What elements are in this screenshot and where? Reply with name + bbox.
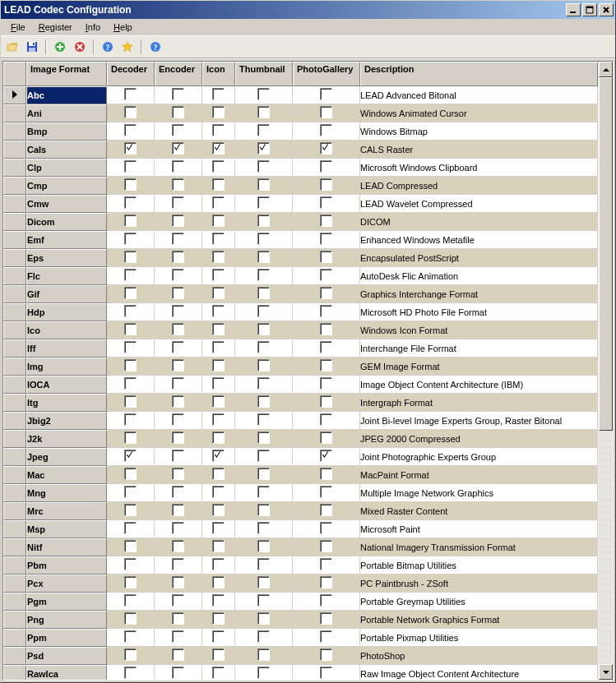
table-row[interactable]: CmpLEAD Compressed (3, 177, 598, 195)
format-cell[interactable]: Mng (26, 484, 107, 502)
row-selector[interactable] (3, 267, 26, 285)
row-selector[interactable] (3, 466, 26, 484)
decoder-checkbox[interactable] (124, 178, 137, 191)
row-selector[interactable] (3, 538, 26, 556)
open-icon[interactable] (4, 39, 21, 55)
icon-checkbox[interactable] (212, 251, 225, 263)
photogallery-checkbox[interactable] (320, 341, 332, 353)
thumbnail-checkbox[interactable] (257, 540, 270, 552)
decoder-checkbox[interactable] (124, 630, 137, 643)
decoder-checkbox[interactable] (124, 106, 137, 118)
format-cell[interactable]: Msp (26, 520, 107, 538)
star-icon[interactable] (119, 39, 136, 55)
format-cell[interactable]: Mrc (26, 502, 107, 520)
encoder-checkbox[interactable] (172, 142, 184, 155)
row-selector[interactable] (3, 339, 26, 358)
row-selector[interactable] (3, 520, 26, 538)
encoder-checkbox[interactable] (172, 630, 184, 643)
row-selector[interactable] (3, 303, 26, 321)
col-description[interactable]: Description (360, 62, 598, 86)
icon-checkbox[interactable] (212, 269, 225, 281)
icon-checkbox[interactable] (212, 215, 225, 227)
icon-checkbox[interactable] (212, 504, 225, 516)
format-cell[interactable]: Iff (26, 339, 107, 358)
vertical-scrollbar[interactable] (598, 62, 613, 680)
icon-checkbox[interactable] (212, 468, 225, 480)
photogallery-checkbox[interactable] (320, 287, 332, 299)
table-row[interactable]: PcxPC Paintbrush - ZSoft (3, 575, 598, 593)
thumbnail-checkbox[interactable] (257, 504, 270, 516)
encoder-checkbox[interactable] (172, 160, 184, 173)
photogallery-checkbox[interactable] (320, 594, 332, 607)
decoder-checkbox[interactable] (124, 377, 137, 390)
photogallery-checkbox[interactable] (320, 576, 332, 588)
row-selector[interactable] (3, 104, 26, 122)
photogallery-checkbox[interactable] (320, 377, 332, 390)
format-cell[interactable]: Emf (26, 231, 107, 249)
photogallery-checkbox[interactable] (320, 323, 332, 335)
decoder-checkbox[interactable] (124, 124, 137, 136)
photogallery-checkbox[interactable] (320, 233, 332, 245)
encoder-checkbox[interactable] (172, 196, 184, 209)
photogallery-checkbox[interactable] (320, 486, 332, 498)
table-row[interactable]: CalsCALS Raster (3, 141, 598, 159)
table-row[interactable]: BmpWindows Bitmap (3, 122, 598, 141)
icon-checkbox[interactable] (212, 612, 225, 625)
encoder-checkbox[interactable] (172, 233, 184, 245)
thumbnail-checkbox[interactable] (257, 323, 270, 335)
format-cell[interactable]: Ani (26, 104, 107, 122)
encoder-checkbox[interactable] (172, 413, 184, 426)
format-cell[interactable]: RawIca (26, 665, 107, 680)
format-cell[interactable]: Ppm (26, 629, 107, 647)
encoder-checkbox[interactable] (172, 88, 184, 100)
thumbnail-checkbox[interactable] (257, 106, 270, 118)
table-row[interactable]: Jbig2Joint Bi-level Image Experts Group,… (3, 412, 598, 430)
encoder-checkbox[interactable] (172, 648, 184, 661)
table-row[interactable]: ItgIntergraph Format (3, 394, 598, 412)
photogallery-checkbox[interactable] (320, 160, 332, 173)
encoder-checkbox[interactable] (172, 341, 184, 353)
icon-checkbox[interactable] (212, 287, 225, 299)
icon-checkbox[interactable] (212, 450, 225, 462)
table-row[interactable]: GifGraphics Interchange Format (3, 285, 598, 303)
icon-checkbox[interactable] (212, 594, 225, 607)
format-cell[interactable]: Pgm (26, 593, 107, 611)
icon-checkbox[interactable] (212, 359, 225, 371)
decoder-checkbox[interactable] (124, 522, 137, 534)
photogallery-checkbox[interactable] (320, 124, 332, 136)
row-selector[interactable] (3, 321, 26, 339)
row-selector[interactable] (3, 159, 26, 177)
photogallery-checkbox[interactable] (320, 667, 332, 679)
menu-file[interactable]: File (4, 21, 32, 34)
icon-checkbox[interactable] (212, 648, 225, 661)
table-row[interactable]: EpsEncapsulated PostScript (3, 249, 598, 267)
decoder-checkbox[interactable] (124, 359, 137, 371)
row-selector[interactable] (3, 141, 26, 159)
encoder-checkbox[interactable] (172, 522, 184, 534)
table-row[interactable]: RawIcaRaw Image Object Content Architect… (3, 665, 598, 680)
encoder-checkbox[interactable] (172, 576, 184, 588)
icon-checkbox[interactable] (212, 522, 225, 534)
icon-checkbox[interactable] (212, 486, 225, 498)
decoder-checkbox[interactable] (124, 269, 137, 281)
photogallery-checkbox[interactable] (320, 178, 332, 191)
icon-checkbox[interactable] (212, 431, 225, 444)
row-selector-header[interactable] (3, 62, 26, 86)
format-cell[interactable]: Clp (26, 159, 107, 177)
photogallery-checkbox[interactable] (320, 142, 332, 155)
encoder-checkbox[interactable] (172, 215, 184, 227)
encoder-checkbox[interactable] (172, 540, 184, 552)
thumbnail-checkbox[interactable] (257, 612, 270, 625)
icon-checkbox[interactable] (212, 142, 225, 155)
col-thumbnail[interactable]: Thumbnail (235, 62, 293, 86)
table-row[interactable]: EmfEnhanced Windows Metafile (3, 231, 598, 249)
decoder-checkbox[interactable] (124, 341, 137, 353)
scroll-thumb[interactable] (599, 77, 613, 431)
decoder-checkbox[interactable] (124, 431, 137, 444)
table-row[interactable]: ImgGEM Image Format (3, 358, 598, 376)
format-cell[interactable]: Psd (26, 647, 107, 665)
row-selector[interactable] (3, 231, 26, 249)
col-photogallery[interactable]: PhotoGallery (293, 62, 360, 86)
format-cell[interactable]: Jbig2 (26, 412, 107, 430)
row-selector[interactable] (3, 195, 26, 213)
